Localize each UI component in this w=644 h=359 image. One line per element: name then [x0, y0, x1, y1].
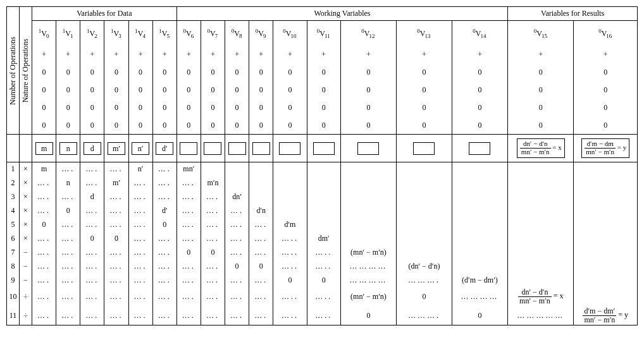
box-v16: d′m − dmmn′ − m′n = y [581, 138, 629, 157]
box-v15: dn′ − d′nmn′ − m′n = x [517, 138, 565, 157]
working-header: Working Variables [176, 7, 507, 21]
box-v13 [413, 142, 435, 155]
step-row-5: 5× 0….….….….0….….….….d′m [7, 218, 638, 232]
step-row-9: 9− ….….….….….….….….….….00………………….(d′m − … [7, 274, 638, 288]
box-v3: m′ [108, 142, 125, 155]
step-row-2: 2× ….n….m′….….….m′n [7, 176, 638, 190]
var-v5: 1V5 [152, 21, 176, 46]
box-v4: n′ [132, 142, 149, 155]
step-row-8: 8− ….….….….….….….….00…..…..…………(dn′ − d′… [7, 260, 638, 274]
zero-cell: 0 [32, 64, 56, 82]
data-header: Variables for Data [32, 7, 177, 21]
var-v13: 0V13 [397, 21, 452, 46]
var-v11: 0V11 [307, 21, 340, 46]
var-v15: 0V15 [508, 21, 574, 46]
var-v7: 0V7 [201, 21, 225, 46]
var-v8: 0V8 [225, 21, 249, 46]
box-v10 [279, 142, 300, 155]
box-v9 [252, 142, 270, 155]
box-v1: n [59, 142, 77, 155]
result-x: dn′ − d′nmn′ − m′n = x [508, 288, 574, 307]
var-v6: 0V6 [176, 21, 201, 46]
step-row-6: 6× ….….00….….….….….….…..dm′ [7, 232, 638, 246]
var-v9: 0V9 [249, 21, 273, 46]
step-row-3: 3× ….….d….….….….….dn′ [7, 190, 638, 204]
box-v7 [204, 142, 221, 155]
var-v1: 1V1 [56, 21, 80, 46]
nat-ops-header: Nature of Operations [20, 36, 32, 105]
step-row-1: 1× m….….….n′….mn′ [7, 162, 638, 176]
plus-cell: + [32, 46, 56, 64]
results-header: Variables for Results [508, 7, 638, 21]
box-v6 [180, 142, 197, 155]
box-v8 [228, 142, 246, 155]
var-v14: 0V14 [452, 21, 507, 46]
box-v14 [469, 142, 490, 155]
step-row-7: 7− ….….….….….….00….….…..…..(mn′ − m′n) [7, 246, 638, 260]
box-v0: m [35, 142, 53, 155]
var-v4: 1V4 [128, 21, 152, 46]
num-ops-header: Number of Operations [7, 34, 19, 107]
box-v5: d′ [156, 142, 173, 155]
var-v16: 0V16 [574, 21, 638, 46]
var-v10: 0V10 [273, 21, 307, 46]
step-row-11: 11÷ ….….….….….….….….….….…..…..0……….0 ………… [7, 307, 638, 326]
var-v3: 1V3 [104, 21, 128, 46]
lovelace-table: Number of Operations Nature of Operation… [6, 6, 638, 326]
box-v2: d [84, 142, 101, 155]
var-v2: 1V2 [80, 21, 104, 46]
step-row-4: 4× ….0….….….d′….….….d′n [7, 204, 638, 218]
result-y: d′m − dm′mn′ − m′n = y [574, 307, 638, 326]
box-v12 [357, 142, 379, 155]
var-v0: 1V0 [32, 21, 56, 46]
box-v11 [313, 142, 335, 155]
step-row-10: 10÷ ….….….….….….….….….….…..…..(mn′ − m′n… [7, 288, 638, 307]
var-v12: 0V12 [340, 21, 396, 46]
